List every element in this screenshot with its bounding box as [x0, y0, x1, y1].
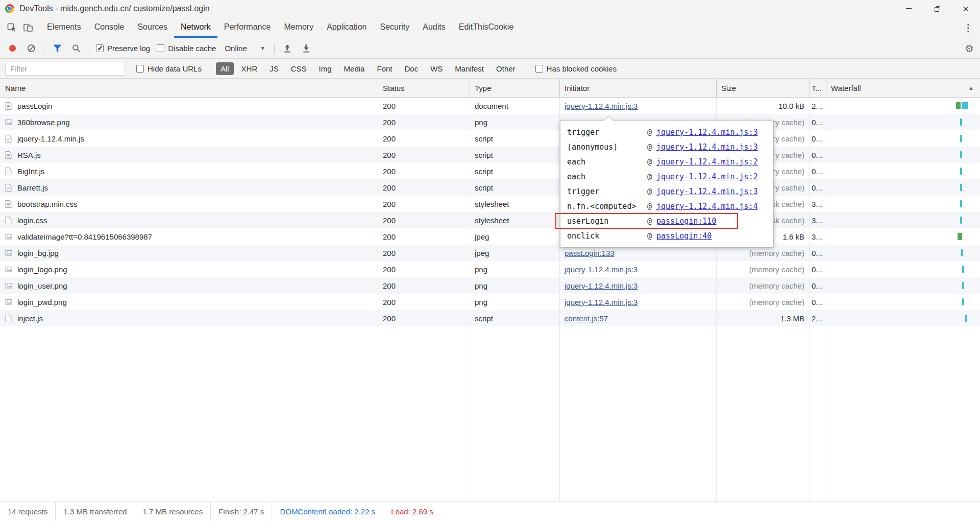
image-icon: [5, 298, 13, 306]
column-header-initiator[interactable]: Initiator: [559, 79, 716, 97]
close-button[interactable]: ✕: [951, 0, 980, 17]
device-toolbar-button[interactable]: [20, 17, 36, 38]
stack-frame[interactable]: trigger@jquery-1.12.4.min.js:3: [560, 125, 773, 139]
initiator-link[interactable]: jquery-1.12.4.min.js:3: [565, 298, 638, 306]
table-row[interactable]: login_pwd.png200pngjquery-1.12.4.min.js:…: [0, 294, 980, 310]
column-header-t[interactable]: T...: [810, 79, 826, 97]
tab-network[interactable]: Network: [174, 17, 217, 38]
request-type: stylesheet: [470, 212, 559, 228]
funnel-icon: [53, 44, 62, 53]
table-row[interactable]: Barrett.js200script(memory cache)0...: [0, 179, 980, 196]
more-options-button[interactable]: ⋮: [961, 22, 976, 34]
filter-type-css[interactable]: CSS: [286, 62, 311, 75]
initiator-link[interactable]: jquery-1.12.4.min.js:3: [565, 102, 638, 110]
column-header-name[interactable]: Name: [0, 79, 378, 97]
filter-type-js[interactable]: JS: [265, 62, 283, 75]
at-symbol: @: [647, 231, 652, 241]
record-button[interactable]: [6, 42, 18, 55]
at-symbol: @: [647, 128, 652, 137]
filter-input[interactable]: [5, 62, 125, 76]
table-row[interactable]: login_user.png200pngjquery-1.12.4.min.js…: [0, 277, 980, 294]
tab-editthiscookie[interactable]: EditThisCookie: [452, 17, 521, 38]
import-har-button[interactable]: [281, 42, 293, 55]
table-row[interactable]: BigInt.js200script(memory cache)0...: [0, 163, 980, 179]
table-row[interactable]: login_bg.jpg200jpegpassLogin:133(memory …: [0, 245, 980, 261]
filter-button[interactable]: [51, 42, 63, 55]
stack-frame-location-link[interactable]: passLogin:40: [656, 231, 712, 241]
tab-memory[interactable]: Memory: [277, 17, 320, 38]
stack-frame[interactable]: trigger@jquery-1.12.4.min.js:3: [560, 184, 773, 199]
settings-button[interactable]: ⚙: [965, 42, 974, 55]
column-header-size[interactable]: Size: [716, 79, 810, 97]
has-blocked-cookies-checkbox[interactable]: Has blocked cookies: [535, 64, 617, 73]
tab-audits[interactable]: Audits: [416, 17, 452, 38]
request-time: 0...: [810, 245, 826, 261]
table-row[interactable]: jquery-1.12.4.min.js200script(memory cac…: [0, 130, 980, 147]
stack-frame[interactable]: onclick@passLogin:40: [560, 228, 773, 243]
preserve-log-checkbox[interactable]: Preserve log: [96, 44, 150, 53]
stack-frame[interactable]: each@jquery-1.12.4.min.js:2: [560, 154, 773, 169]
disable-cache-checkbox[interactable]: Disable cache: [157, 44, 216, 53]
restore-button[interactable]: [923, 0, 951, 17]
restore-icon: [934, 6, 941, 12]
filter-type-other[interactable]: Other: [492, 62, 520, 75]
tab-security[interactable]: Security: [373, 17, 416, 38]
filter-type-ws[interactable]: WS: [426, 62, 447, 75]
filter-type-all[interactable]: All: [216, 62, 234, 75]
column-header-type[interactable]: Type: [470, 79, 559, 97]
minimize-button[interactable]: [894, 0, 923, 17]
tab-sources[interactable]: Sources: [131, 17, 174, 38]
search-button[interactable]: [70, 42, 82, 55]
tab-performance[interactable]: Performance: [217, 17, 278, 38]
stack-frame[interactable]: userLogin@passLogin:110: [560, 214, 773, 228]
filter-type-manifest[interactable]: Manifest: [450, 62, 488, 75]
filter-type-doc[interactable]: Doc: [400, 62, 423, 75]
initiator-link[interactable]: jquery-1.12.4.min.js:3: [565, 281, 638, 290]
stack-frame-location-link[interactable]: jquery-1.12.4.min.js:3: [656, 128, 758, 137]
export-har-button[interactable]: [300, 42, 312, 55]
tab-elements[interactable]: Elements: [40, 17, 88, 38]
request-name: login_pwd.png: [17, 298, 67, 306]
tab-console[interactable]: Console: [88, 17, 131, 38]
table-row[interactable]: inject.js200scriptcontent.js:571.3 MB2..…: [0, 310, 980, 326]
filter-type-media[interactable]: Media: [339, 62, 370, 75]
inspect-element-button[interactable]: [4, 17, 19, 38]
filter-type-font[interactable]: Font: [372, 62, 397, 75]
request-name-cell: Barrett.js: [0, 179, 378, 196]
status-code: 200: [378, 163, 470, 179]
table-row[interactable]: RSA.js200script(memory cache)0...: [0, 147, 980, 163]
initiator-link[interactable]: passLogin:133: [565, 249, 615, 257]
column-header-status[interactable]: Status: [378, 79, 470, 97]
stack-frame[interactable]: n.fn.<computed>@jquery-1.12.4.min.js:4: [560, 199, 773, 214]
table-row[interactable]: 360browse.png200png(memory cache)0...: [0, 114, 980, 130]
stack-frame[interactable]: (anonymous)@jquery-1.12.4.min.js:3: [560, 139, 773, 154]
stack-frame-location-link[interactable]: jquery-1.12.4.min.js:2: [656, 172, 758, 181]
tab-application[interactable]: Application: [320, 17, 373, 38]
table-row[interactable]: login_logo.png200pngjquery-1.12.4.min.js…: [0, 261, 980, 277]
stack-frame-location-link[interactable]: jquery-1.12.4.min.js:3: [656, 187, 758, 196]
column-header-waterfall[interactable]: Waterfall▲: [826, 79, 980, 97]
table-row[interactable]: passLogin200documentjquery-1.12.4.min.js…: [0, 98, 980, 114]
filter-type-xhr[interactable]: XHR: [237, 62, 262, 75]
initiator-cell: jquery-1.12.4.min.js:3: [559, 98, 716, 114]
initiator-link[interactable]: content.js:57: [565, 314, 608, 323]
table-row[interactable]: login.css200stylesheet(disk cache)3...: [0, 212, 980, 228]
clear-button[interactable]: [25, 42, 37, 55]
filter-type-img[interactable]: Img: [314, 62, 336, 75]
throttling-select[interactable]: Online ▼: [223, 44, 267, 53]
table-row[interactable]: validateimage?tt=0.8419615066398987200jp…: [0, 228, 980, 245]
status-bar: 14 requests1.3 MB transferred1.7 MB reso…: [0, 502, 980, 521]
stack-frame-location-link[interactable]: passLogin:110: [656, 217, 716, 226]
stack-frame-location-link[interactable]: jquery-1.12.4.min.js:2: [656, 157, 758, 167]
stack-frame-location-link[interactable]: jquery-1.12.4.min.js:4: [656, 202, 758, 211]
request-name: login_user.png: [17, 281, 67, 290]
table-row[interactable]: bootstrap.min.css200stylesheet(disk cach…: [0, 196, 980, 212]
stack-frame-location-link[interactable]: jquery-1.12.4.min.js:3: [656, 143, 758, 152]
request-name-cell: login_logo.png: [0, 261, 378, 277]
initiator-link[interactable]: jquery-1.12.4.min.js:3: [565, 265, 638, 274]
request-type: stylesheet: [470, 196, 559, 212]
stack-frame[interactable]: each@jquery-1.12.4.min.js:2: [560, 169, 773, 184]
table-header-row: NameStatusTypeInitiatorSizeT...Waterfall…: [0, 79, 980, 98]
hide-data-urls-checkbox[interactable]: Hide data URLs: [136, 64, 202, 73]
status-code: 200: [378, 114, 470, 130]
